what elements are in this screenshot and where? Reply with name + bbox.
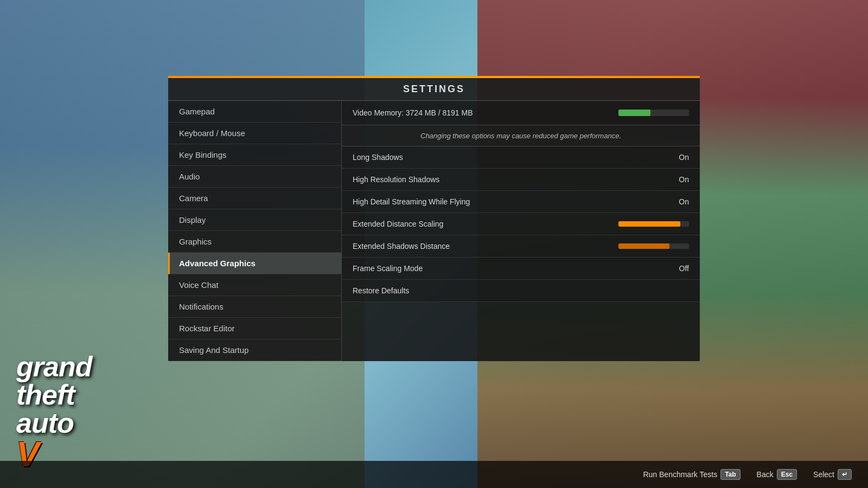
setting-value-high-res-shadows: On (667, 175, 689, 184)
bottom-action-back[interactable]: BackEsc (757, 469, 797, 480)
sidebar-item-audio[interactable]: Audio (168, 166, 341, 188)
slider-fill-extended-shadows-distance (618, 243, 669, 249)
setting-value-long-shadows: On (667, 153, 689, 162)
setting-value-high-detail-streaming: On (667, 197, 689, 206)
setting-row-long-shadows[interactable]: Long ShadowsOn (342, 146, 700, 169)
setting-label-long-shadows: Long Shadows (353, 153, 403, 162)
setting-row-frame-scaling-mode[interactable]: Frame Scaling ModeOff (342, 258, 700, 280)
setting-row-extended-shadows-distance[interactable]: Extended Shadows Distance (342, 235, 700, 258)
setting-row-extended-distance-scaling[interactable]: Extended Distance Scaling (342, 213, 700, 235)
key-badge-select: ↵ (838, 469, 852, 480)
setting-value-frame-scaling-mode: Off (667, 264, 689, 273)
memory-progress-bar (618, 110, 689, 116)
video-memory-label: Video Memory: 3724 MB / 8191 MB (353, 108, 473, 117)
sidebar-item-gamepad[interactable]: Gamepad (168, 101, 341, 123)
gta-logo: grand theft auto V (16, 352, 92, 472)
sidebar-item-notifications[interactable]: Notifications (168, 296, 341, 318)
slider-fill-extended-distance-scaling (618, 221, 680, 227)
bottom-action-label-select: Select (813, 470, 834, 479)
settings-title-bar: SETTINGS (168, 78, 700, 101)
setting-rows-container: Long ShadowsOnHigh Resolution ShadowsOnH… (342, 146, 700, 302)
setting-label-extended-shadows-distance: Extended Shadows Distance (353, 242, 450, 251)
gta-logo-line1: grand (16, 352, 92, 381)
warning-bar: Changing these options may cause reduced… (342, 125, 700, 146)
bottom-action-select[interactable]: Select↵ (813, 469, 852, 480)
sidebar-item-rockstar-editor[interactable]: Rockstar Editor (168, 318, 341, 339)
video-memory-bar: Video Memory: 3724 MB / 8191 MB (342, 101, 700, 125)
settings-content: Video Memory: 3724 MB / 8191 MB Changing… (342, 101, 700, 361)
settings-body: GamepadKeyboard / MouseKey BindingsAudio… (168, 101, 700, 361)
setting-label-extended-distance-scaling: Extended Distance Scaling (353, 220, 443, 228)
sidebar-item-saving-startup[interactable]: Saving And Startup (168, 339, 341, 361)
bottom-bar: Run Benchmark TestsTabBackEscSelect↵ (0, 461, 868, 488)
key-badge-back: Esc (777, 469, 797, 480)
bottom-action-label-benchmark: Run Benchmark Tests (643, 470, 717, 479)
bottom-action-benchmark[interactable]: Run Benchmark TestsTab (643, 469, 740, 480)
restore-defaults-label: Restore Defaults (353, 286, 409, 295)
sidebar-item-keyboard-mouse[interactable]: Keyboard / Mouse (168, 123, 341, 144)
setting-label-frame-scaling-mode: Frame Scaling Mode (353, 264, 423, 273)
settings-panel: SETTINGS GamepadKeyboard / MouseKey Bind… (168, 76, 700, 361)
memory-progress-fill (618, 110, 650, 116)
sidebar-item-display[interactable]: Display (168, 209, 341, 231)
sidebar-item-voice-chat[interactable]: Voice Chat (168, 274, 341, 296)
sidebar-item-camera[interactable]: Camera (168, 188, 341, 209)
restore-defaults-row[interactable]: Restore Defaults (342, 280, 700, 302)
sidebar-item-advanced-graphics[interactable]: Advanced Graphics (168, 253, 341, 274)
setting-row-high-detail-streaming[interactable]: High Detail Streaming While FlyingOn (342, 191, 700, 213)
settings-nav: GamepadKeyboard / MouseKey BindingsAudio… (168, 101, 342, 361)
setting-slider-extended-distance-scaling[interactable] (618, 221, 689, 227)
warning-text: Changing these options may cause reduced… (420, 132, 621, 140)
gta-logo-line2: theft (16, 381, 92, 409)
key-badge-benchmark: Tab (720, 469, 740, 480)
setting-row-high-res-shadows[interactable]: High Resolution ShadowsOn (342, 169, 700, 191)
sidebar-item-key-bindings[interactable]: Key Bindings (168, 144, 341, 166)
sidebar-item-graphics[interactable]: Graphics (168, 231, 341, 253)
setting-label-high-res-shadows: High Resolution Shadows (353, 175, 439, 184)
setting-label-high-detail-streaming: High Detail Streaming While Flying (353, 197, 470, 206)
bottom-action-label-back: Back (757, 470, 774, 479)
setting-slider-extended-shadows-distance[interactable] (618, 243, 689, 249)
gta-logo-line3: auto (16, 409, 92, 437)
settings-title: SETTINGS (403, 84, 465, 94)
